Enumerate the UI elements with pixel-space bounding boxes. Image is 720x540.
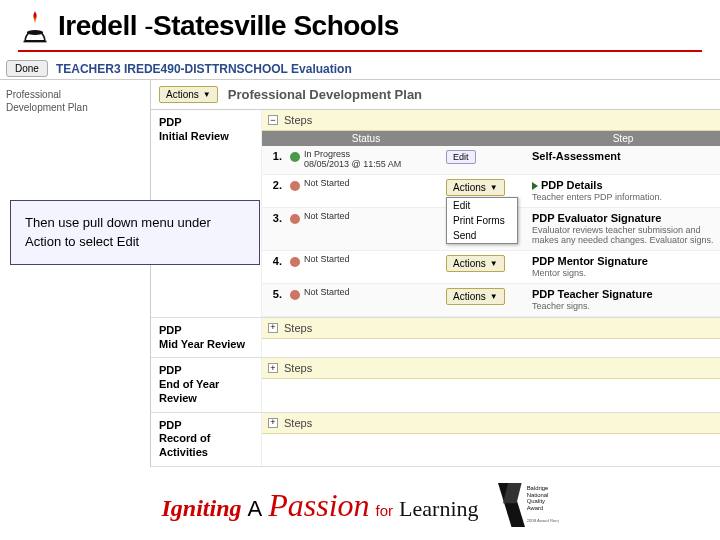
step-actions-button[interactable]: Actions▼ <box>446 179 505 196</box>
lamp-icon <box>18 8 52 44</box>
svg-text:Award: Award <box>526 505 543 511</box>
svg-rect-1 <box>24 41 47 43</box>
plan-header: Actions▼ Professional Development Plan <box>151 80 720 110</box>
expand-icon[interactable]: + <box>268 418 278 428</box>
step-name: PDP Evaluator Signature <box>532 212 720 224</box>
steps-table-head: Status Step <box>262 131 720 146</box>
step-actions-button[interactable]: Actions▼ <box>446 288 505 305</box>
review-endyear-label: PDP End of Year Review <box>151 358 261 411</box>
svg-text:2008 Award Recipient: 2008 Award Recipient <box>526 518 558 523</box>
collapse-icon[interactable]: − <box>268 115 278 125</box>
step-row: 5. Not Started Actions▼ PDP Teacher Sign… <box>262 284 720 317</box>
evaluation-title: TEACHER3 IREDE490-DISTTRNSCHOOL Evaluati… <box>56 62 352 76</box>
actions-dropdown: Edit Print Forms Send <box>446 197 518 244</box>
footer: Igniting A Passion for Learning Baldrige… <box>0 478 720 532</box>
chevron-down-icon: ▼ <box>203 90 211 99</box>
step-name: Self-Assessment <box>532 150 720 162</box>
steps-header-record[interactable]: + Steps <box>262 413 720 434</box>
plan-actions-button[interactable]: Actions▼ <box>159 86 218 103</box>
brand-header: Iredell -Statesville Schools <box>0 0 720 50</box>
status-not-started-icon <box>290 257 300 267</box>
chevron-down-icon: ▼ <box>490 183 498 192</box>
instruction-callout: Then use pull down menu under Action to … <box>10 200 260 265</box>
menu-item-edit[interactable]: Edit <box>447 198 517 213</box>
step-name: PDP Details <box>532 179 720 191</box>
main-layout: Professional Development Plan Actions▼ P… <box>0 79 720 467</box>
award-badge-icon: Baldrige National Quality Award 2008 Awa… <box>491 478 559 532</box>
review-record: PDP Record of Activities + Steps <box>151 413 720 467</box>
steps-header-endyear[interactable]: + Steps <box>262 358 720 379</box>
svg-text:Quality: Quality <box>526 498 544 504</box>
svg-text:National: National <box>526 492 548 498</box>
step-actions-button[interactable]: Actions▼ <box>446 255 505 272</box>
step-row: 4. Not Started Actions▼ PDP Mentor Signa… <box>262 251 720 284</box>
review-midyear: PDP Mid Year Review + Steps <box>151 318 720 359</box>
brand-underline <box>18 50 702 52</box>
menu-item-print-forms[interactable]: Print Forms <box>447 213 517 228</box>
expand-icon[interactable]: + <box>268 363 278 373</box>
status-in-progress-icon <box>290 152 300 162</box>
chevron-down-icon: ▼ <box>490 292 498 301</box>
plan-title: Professional Development Plan <box>228 87 422 102</box>
review-endyear: PDP End of Year Review + Steps <box>151 358 720 412</box>
expand-icon[interactable]: + <box>268 323 278 333</box>
done-button[interactable]: Done <box>6 60 48 77</box>
chevron-down-icon: ▼ <box>490 259 498 268</box>
sidebar: Professional Development Plan <box>0 80 150 467</box>
edit-button[interactable]: Edit <box>446 150 476 164</box>
tagline: Igniting A Passion for Learning <box>162 487 479 524</box>
steps-header-midyear[interactable]: + Steps <box>262 318 720 339</box>
titlebar: Done TEACHER3 IREDE490-DISTTRNSCHOOL Eva… <box>0 58 720 79</box>
review-midyear-label: PDP Mid Year Review <box>151 318 261 358</box>
step-name: PDP Mentor Signature <box>532 255 720 267</box>
status-not-started-icon <box>290 290 300 300</box>
sidebar-item-pdp[interactable]: Professional Development Plan <box>6 88 144 114</box>
status-not-started-icon <box>290 214 300 224</box>
brand-text: Iredell -Statesville Schools <box>58 10 399 42</box>
play-icon <box>532 182 538 190</box>
review-record-label: PDP Record of Activities <box>151 413 261 466</box>
svg-text:Baldrige: Baldrige <box>526 485 548 491</box>
step-name: PDP Teacher Signature <box>532 288 720 300</box>
content-area: Actions▼ Professional Development Plan P… <box>150 80 720 467</box>
step-row: 1. In Progress 08/05/2013 @ 11:55 AM Edi… <box>262 146 720 175</box>
step-row: 2. Not Started Actions▼ Edit Print Forms… <box>262 175 720 208</box>
steps-header-initial[interactable]: − Steps <box>262 110 720 131</box>
menu-item-send[interactable]: Send <box>447 228 517 243</box>
status-not-started-icon <box>290 181 300 191</box>
